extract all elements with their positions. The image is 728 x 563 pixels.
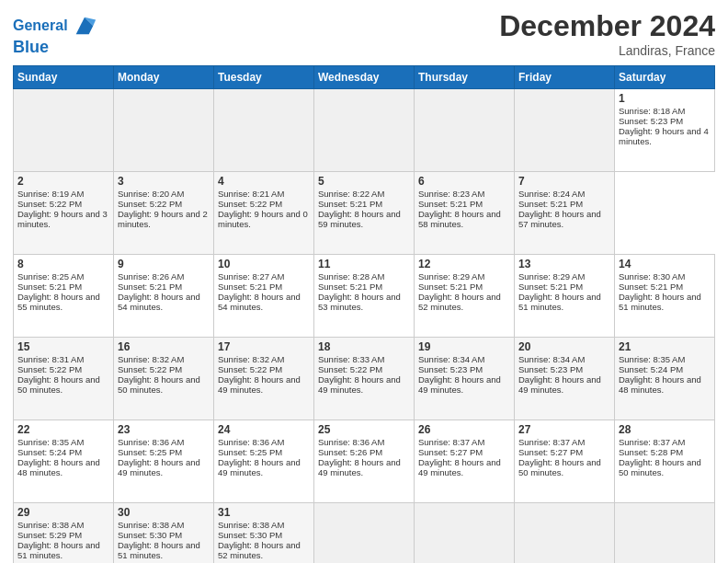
day-number: 24 <box>218 423 310 436</box>
day-number: 17 <box>218 340 310 353</box>
sunset: Sunset: 5:21 PM <box>518 282 583 292</box>
empty-cell <box>615 503 715 564</box>
sunset: Sunset: 5:22 PM <box>17 364 82 374</box>
sunrise: Sunrise: 8:33 AM <box>318 354 384 364</box>
empty-cell <box>114 89 214 172</box>
logo-blue: Blue <box>13 39 97 57</box>
daylight: Daylight: 8 hours and 50 minutes. <box>17 374 100 395</box>
month-title: December 2024 <box>499 9 715 43</box>
sunrise: Sunrise: 8:38 AM <box>218 520 284 530</box>
sunset: Sunset: 5:22 PM <box>218 364 282 374</box>
empty-cell <box>415 503 515 564</box>
sunrise: Sunrise: 8:38 AM <box>118 520 184 530</box>
daylight: Daylight: 8 hours and 49 minutes. <box>218 374 301 395</box>
sunrise: Sunrise: 8:18 AM <box>619 106 685 116</box>
day-number: 5 <box>318 175 410 188</box>
day-number: 10 <box>218 258 310 270</box>
daylight: Daylight: 8 hours and 49 minutes. <box>418 374 501 395</box>
day-number: 23 <box>118 423 210 436</box>
sunset: Sunset: 5:28 PM <box>619 447 683 457</box>
daylight: Daylight: 8 hours and 50 minutes. <box>518 457 601 477</box>
day-number: 14 <box>619 258 711 270</box>
sunrise: Sunrise: 8:29 AM <box>418 271 484 282</box>
sunset: Sunset: 5:22 PM <box>318 364 382 374</box>
sunrise: Sunrise: 8:20 AM <box>118 189 184 199</box>
week-row-2: 2Sunrise: 8:19 AMSunset: 5:22 PMDaylight… <box>14 172 715 255</box>
day-cell-1: 1Sunrise: 8:18 AMSunset: 5:23 PMDaylight… <box>615 89 715 172</box>
day-number: 15 <box>17 340 109 353</box>
sunset: Sunset: 5:21 PM <box>619 282 683 292</box>
logo-icon <box>72 13 97 39</box>
day-number: 2 <box>17 175 109 188</box>
day-cell-5: 5Sunrise: 8:22 AMSunset: 5:21 PMDaylight… <box>314 172 415 255</box>
sunset: Sunset: 5:24 PM <box>619 364 683 374</box>
day-number: 12 <box>418 258 510 270</box>
sunrise: Sunrise: 8:24 AM <box>518 189 585 199</box>
day-cell-8: 8Sunrise: 8:25 AMSunset: 5:21 PMDaylight… <box>14 255 114 338</box>
day-cell-27: 27Sunrise: 8:37 AMSunset: 5:27 PMDayligh… <box>515 420 615 503</box>
day-number: 4 <box>218 175 310 188</box>
daylight: Daylight: 8 hours and 49 minutes. <box>318 374 401 395</box>
day-cell-30: 30Sunrise: 8:38 AMSunset: 5:30 PMDayligh… <box>114 503 214 564</box>
sunrise: Sunrise: 8:32 AM <box>118 354 184 364</box>
sunrise: Sunrise: 8:25 AM <box>17 271 84 282</box>
day-cell-16: 16Sunrise: 8:32 AMSunset: 5:22 PMDayligh… <box>114 338 214 420</box>
header: General Blue December 2024 Landiras, Fra… <box>13 9 715 58</box>
col-header-sunday: Sunday <box>14 66 114 89</box>
empty-cell <box>515 89 615 172</box>
daylight: Daylight: 9 hours and 4 minutes. <box>619 126 709 146</box>
day-cell-19: 19Sunrise: 8:34 AMSunset: 5:23 PMDayligh… <box>415 338 515 420</box>
day-number: 16 <box>118 340 210 353</box>
day-cell-9: 9Sunrise: 8:26 AMSunset: 5:21 PMDaylight… <box>114 255 214 338</box>
day-number: 26 <box>418 423 510 436</box>
daylight: Daylight: 8 hours and 58 minutes. <box>418 209 501 229</box>
sunset: Sunset: 5:29 PM <box>17 530 82 540</box>
day-number: 22 <box>17 423 109 436</box>
day-number: 3 <box>118 175 210 188</box>
sunset: Sunset: 5:22 PM <box>118 364 182 374</box>
calendar-table: SundayMondayTuesdayWednesdayThursdayFrid… <box>13 65 715 563</box>
sunset: Sunset: 5:27 PM <box>518 447 583 457</box>
day-number: 31 <box>218 506 310 519</box>
sunset: Sunset: 5:24 PM <box>17 447 82 457</box>
sunrise: Sunrise: 8:28 AM <box>318 271 384 282</box>
daylight: Daylight: 9 hours and 3 minutes. <box>17 209 108 229</box>
day-cell-21: 21Sunrise: 8:35 AMSunset: 5:24 PMDayligh… <box>615 338 715 420</box>
header-row: SundayMondayTuesdayWednesdayThursdayFrid… <box>14 66 715 89</box>
day-cell-25: 25Sunrise: 8:36 AMSunset: 5:26 PMDayligh… <box>314 420 415 503</box>
daylight: Daylight: 8 hours and 50 minutes. <box>619 457 701 477</box>
daylight: Daylight: 8 hours and 54 minutes. <box>118 292 200 312</box>
sunset: Sunset: 5:23 PM <box>518 364 583 374</box>
day-number: 29 <box>17 506 109 519</box>
daylight: Daylight: 8 hours and 55 minutes. <box>17 292 100 312</box>
sunrise: Sunrise: 8:27 AM <box>218 271 284 282</box>
sunset: Sunset: 5:21 PM <box>318 199 382 209</box>
sunset: Sunset: 5:22 PM <box>218 199 282 209</box>
daylight: Daylight: 8 hours and 48 minutes. <box>17 457 100 477</box>
day-number: 7 <box>518 175 610 188</box>
day-cell-18: 18Sunrise: 8:33 AMSunset: 5:22 PMDayligh… <box>314 338 415 420</box>
day-number: 28 <box>619 423 711 436</box>
logo-general: General <box>13 17 68 33</box>
sunrise: Sunrise: 8:34 AM <box>518 354 585 364</box>
daylight: Daylight: 8 hours and 49 minutes. <box>318 457 401 477</box>
day-cell-20: 20Sunrise: 8:34 AMSunset: 5:23 PMDayligh… <box>515 338 615 420</box>
sunrise: Sunrise: 8:36 AM <box>118 437 184 447</box>
sunrise: Sunrise: 8:23 AM <box>418 189 484 199</box>
sunrise: Sunrise: 8:22 AM <box>318 189 384 199</box>
week-row-1: 1Sunrise: 8:18 AMSunset: 5:23 PMDaylight… <box>14 89 715 172</box>
day-cell-6: 6Sunrise: 8:23 AMSunset: 5:21 PMDaylight… <box>415 172 515 255</box>
sunrise: Sunrise: 8:35 AM <box>17 437 84 447</box>
sunrise: Sunrise: 8:34 AM <box>418 354 484 364</box>
sunset: Sunset: 5:21 PM <box>17 282 82 292</box>
daylight: Daylight: 8 hours and 54 minutes. <box>218 292 301 312</box>
day-number: 8 <box>17 258 109 270</box>
empty-cell <box>214 89 314 172</box>
daylight: Daylight: 8 hours and 53 minutes. <box>318 292 401 312</box>
col-header-tuesday: Tuesday <box>214 66 314 89</box>
sunrise: Sunrise: 8:35 AM <box>619 354 685 364</box>
daylight: Daylight: 8 hours and 52 minutes. <box>218 540 301 560</box>
day-number: 21 <box>619 340 711 353</box>
title-block: December 2024 Landiras, France <box>499 9 715 58</box>
day-number: 18 <box>318 340 410 353</box>
